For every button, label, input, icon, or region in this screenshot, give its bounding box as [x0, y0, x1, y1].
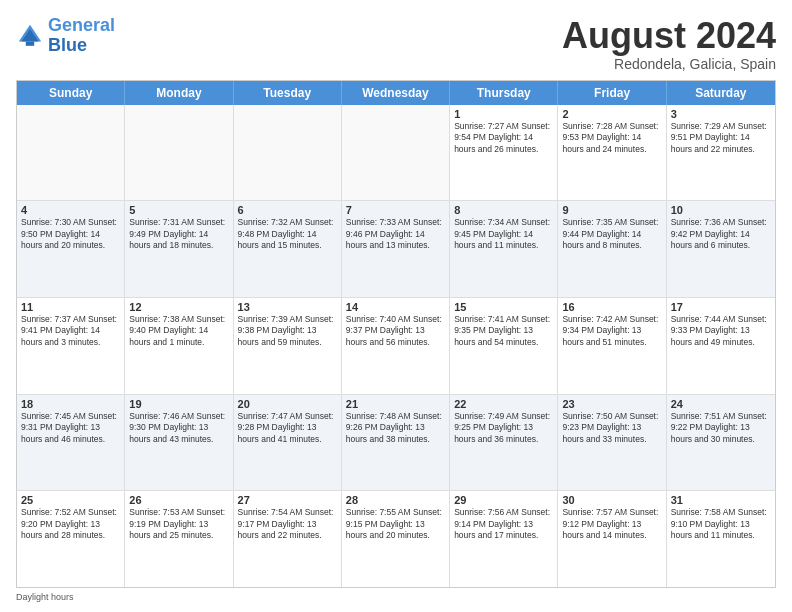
day-number: 22: [454, 398, 553, 410]
day-info: Sunrise: 7:47 AM Sunset: 9:28 PM Dayligh…: [238, 411, 337, 445]
day-number: 1: [454, 108, 553, 120]
day-number: 20: [238, 398, 337, 410]
day-info: Sunrise: 7:51 AM Sunset: 9:22 PM Dayligh…: [671, 411, 771, 445]
day-number: 21: [346, 398, 445, 410]
day-info: Sunrise: 7:29 AM Sunset: 9:51 PM Dayligh…: [671, 121, 771, 155]
header: General Blue August 2024 Redondela, Gali…: [16, 16, 776, 72]
empty-cell: [17, 105, 125, 201]
day-number: 18: [21, 398, 120, 410]
day-cell-3: 3Sunrise: 7:29 AM Sunset: 9:51 PM Daylig…: [667, 105, 775, 201]
empty-cell: [234, 105, 342, 201]
day-cell-29: 29Sunrise: 7:56 AM Sunset: 9:14 PM Dayli…: [450, 491, 558, 587]
day-info: Sunrise: 7:28 AM Sunset: 9:53 PM Dayligh…: [562, 121, 661, 155]
day-number: 7: [346, 204, 445, 216]
day-number: 24: [671, 398, 771, 410]
day-number: 12: [129, 301, 228, 313]
day-cell-12: 12Sunrise: 7:38 AM Sunset: 9:40 PM Dayli…: [125, 298, 233, 394]
day-number: 27: [238, 494, 337, 506]
day-number: 26: [129, 494, 228, 506]
page: General Blue August 2024 Redondela, Gali…: [0, 0, 792, 612]
calendar-header: SundayMondayTuesdayWednesdayThursdayFrid…: [17, 81, 775, 105]
logo-icon: [16, 22, 44, 50]
day-info: Sunrise: 7:49 AM Sunset: 9:25 PM Dayligh…: [454, 411, 553, 445]
day-cell-27: 27Sunrise: 7:54 AM Sunset: 9:17 PM Dayli…: [234, 491, 342, 587]
day-info: Sunrise: 7:33 AM Sunset: 9:46 PM Dayligh…: [346, 217, 445, 251]
empty-cell: [342, 105, 450, 201]
calendar-week-2: 4Sunrise: 7:30 AM Sunset: 9:50 PM Daylig…: [17, 201, 775, 298]
day-number: 6: [238, 204, 337, 216]
empty-cell: [125, 105, 233, 201]
day-cell-2: 2Sunrise: 7:28 AM Sunset: 9:53 PM Daylig…: [558, 105, 666, 201]
day-of-week-sunday: Sunday: [17, 81, 125, 105]
day-info: Sunrise: 7:34 AM Sunset: 9:45 PM Dayligh…: [454, 217, 553, 251]
day-info: Sunrise: 7:32 AM Sunset: 9:48 PM Dayligh…: [238, 217, 337, 251]
day-number: 5: [129, 204, 228, 216]
day-cell-26: 26Sunrise: 7:53 AM Sunset: 9:19 PM Dayli…: [125, 491, 233, 587]
day-of-week-wednesday: Wednesday: [342, 81, 450, 105]
logo: General Blue: [16, 16, 115, 56]
logo-text: General Blue: [48, 16, 115, 56]
day-number: 16: [562, 301, 661, 313]
day-cell-21: 21Sunrise: 7:48 AM Sunset: 9:26 PM Dayli…: [342, 395, 450, 491]
footer-note: Daylight hours: [16, 592, 776, 602]
day-info: Sunrise: 7:52 AM Sunset: 9:20 PM Dayligh…: [21, 507, 120, 541]
day-number: 25: [21, 494, 120, 506]
day-info: Sunrise: 7:48 AM Sunset: 9:26 PM Dayligh…: [346, 411, 445, 445]
day-number: 29: [454, 494, 553, 506]
day-cell-20: 20Sunrise: 7:47 AM Sunset: 9:28 PM Dayli…: [234, 395, 342, 491]
day-cell-25: 25Sunrise: 7:52 AM Sunset: 9:20 PM Dayli…: [17, 491, 125, 587]
day-number: 8: [454, 204, 553, 216]
day-cell-22: 22Sunrise: 7:49 AM Sunset: 9:25 PM Dayli…: [450, 395, 558, 491]
day-cell-28: 28Sunrise: 7:55 AM Sunset: 9:15 PM Dayli…: [342, 491, 450, 587]
day-number: 19: [129, 398, 228, 410]
day-info: Sunrise: 7:40 AM Sunset: 9:37 PM Dayligh…: [346, 314, 445, 348]
day-number: 3: [671, 108, 771, 120]
day-number: 14: [346, 301, 445, 313]
day-info: Sunrise: 7:27 AM Sunset: 9:54 PM Dayligh…: [454, 121, 553, 155]
day-number: 9: [562, 204, 661, 216]
day-info: Sunrise: 7:37 AM Sunset: 9:41 PM Dayligh…: [21, 314, 120, 348]
title-block: August 2024 Redondela, Galicia, Spain: [562, 16, 776, 72]
day-number: 31: [671, 494, 771, 506]
day-of-week-thursday: Thursday: [450, 81, 558, 105]
svg-rect-2: [26, 41, 34, 45]
day-info: Sunrise: 7:55 AM Sunset: 9:15 PM Dayligh…: [346, 507, 445, 541]
day-info: Sunrise: 7:36 AM Sunset: 9:42 PM Dayligh…: [671, 217, 771, 251]
day-number: 13: [238, 301, 337, 313]
day-cell-6: 6Sunrise: 7:32 AM Sunset: 9:48 PM Daylig…: [234, 201, 342, 297]
day-number: 15: [454, 301, 553, 313]
day-info: Sunrise: 7:50 AM Sunset: 9:23 PM Dayligh…: [562, 411, 661, 445]
day-number: 4: [21, 204, 120, 216]
calendar: SundayMondayTuesdayWednesdayThursdayFrid…: [16, 80, 776, 588]
day-of-week-saturday: Saturday: [667, 81, 775, 105]
day-cell-31: 31Sunrise: 7:58 AM Sunset: 9:10 PM Dayli…: [667, 491, 775, 587]
day-cell-10: 10Sunrise: 7:36 AM Sunset: 9:42 PM Dayli…: [667, 201, 775, 297]
calendar-week-4: 18Sunrise: 7:45 AM Sunset: 9:31 PM Dayli…: [17, 395, 775, 492]
day-info: Sunrise: 7:53 AM Sunset: 9:19 PM Dayligh…: [129, 507, 228, 541]
day-info: Sunrise: 7:35 AM Sunset: 9:44 PM Dayligh…: [562, 217, 661, 251]
day-info: Sunrise: 7:46 AM Sunset: 9:30 PM Dayligh…: [129, 411, 228, 445]
day-info: Sunrise: 7:44 AM Sunset: 9:33 PM Dayligh…: [671, 314, 771, 348]
day-info: Sunrise: 7:41 AM Sunset: 9:35 PM Dayligh…: [454, 314, 553, 348]
day-number: 28: [346, 494, 445, 506]
day-number: 2: [562, 108, 661, 120]
day-cell-4: 4Sunrise: 7:30 AM Sunset: 9:50 PM Daylig…: [17, 201, 125, 297]
day-cell-24: 24Sunrise: 7:51 AM Sunset: 9:22 PM Dayli…: [667, 395, 775, 491]
day-info: Sunrise: 7:38 AM Sunset: 9:40 PM Dayligh…: [129, 314, 228, 348]
calendar-week-5: 25Sunrise: 7:52 AM Sunset: 9:20 PM Dayli…: [17, 491, 775, 587]
day-cell-30: 30Sunrise: 7:57 AM Sunset: 9:12 PM Dayli…: [558, 491, 666, 587]
day-cell-14: 14Sunrise: 7:40 AM Sunset: 9:37 PM Dayli…: [342, 298, 450, 394]
day-info: Sunrise: 7:58 AM Sunset: 9:10 PM Dayligh…: [671, 507, 771, 541]
day-info: Sunrise: 7:57 AM Sunset: 9:12 PM Dayligh…: [562, 507, 661, 541]
day-info: Sunrise: 7:56 AM Sunset: 9:14 PM Dayligh…: [454, 507, 553, 541]
day-number: 17: [671, 301, 771, 313]
day-of-week-friday: Friday: [558, 81, 666, 105]
day-number: 10: [671, 204, 771, 216]
day-number: 11: [21, 301, 120, 313]
day-of-week-tuesday: Tuesday: [234, 81, 342, 105]
day-cell-18: 18Sunrise: 7:45 AM Sunset: 9:31 PM Dayli…: [17, 395, 125, 491]
day-number: 23: [562, 398, 661, 410]
day-cell-8: 8Sunrise: 7:34 AM Sunset: 9:45 PM Daylig…: [450, 201, 558, 297]
month-title: August 2024: [562, 16, 776, 56]
day-info: Sunrise: 7:45 AM Sunset: 9:31 PM Dayligh…: [21, 411, 120, 445]
